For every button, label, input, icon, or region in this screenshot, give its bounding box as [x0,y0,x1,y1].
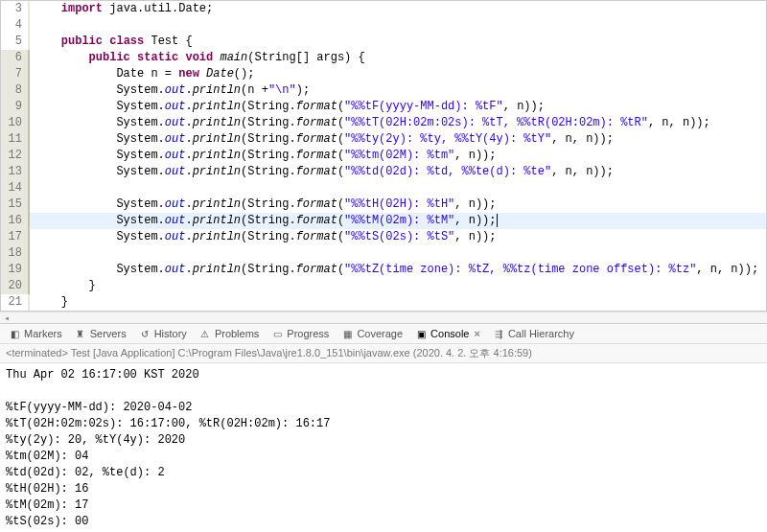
coverage-icon: ▦ [340,327,354,340]
code-line[interactable]: 5 public class Test { [1,34,766,50]
code-content[interactable]: } [30,278,766,294]
code-content[interactable]: Date n = new Date(); [30,66,766,82]
line-number: 9 [1,99,30,115]
tab-problems[interactable]: ⚠ Problems [198,327,259,340]
tab-label: Progress [287,328,329,339]
problems-icon: ⚠ [198,327,212,340]
code-content[interactable] [30,17,766,34]
code-line[interactable]: 9 System.out.println(String.format("%%tF… [1,99,766,115]
console-process-header: <terminated> Test [Java Application] C:\… [0,343,767,363]
horizontal-scrollbar[interactable]: ◂ [0,312,767,323]
code-content[interactable]: System.out.println(String.format("%%td(0… [30,164,766,180]
tab-label: Servers [90,328,127,339]
text-caret [497,214,498,227]
code-line[interactable]: 4 [1,17,766,34]
tab-call-hierarchy[interactable]: ⇶ Call Hierarchy [492,327,574,340]
code-content[interactable]: System.out.println(String.format("%%ty(2… [30,131,766,148]
line-number: 20 [1,278,30,294]
code-content[interactable] [30,245,766,262]
console-icon: ▣ [414,327,428,340]
code-line[interactable]: 19 System.out.println(String.format("%%t… [1,262,766,278]
line-number: 18 [1,245,30,262]
tab-history[interactable]: ↺ History [138,327,187,340]
code-line[interactable]: 8 System.out.println(n +"\n"); [1,82,766,99]
code-content[interactable]: System.out.println(String.format("%%tZ(t… [30,262,766,278]
line-number: 16 [1,213,30,229]
line-number: 17 [1,229,30,245]
code-line[interactable]: 20 } [1,278,766,294]
console-output[interactable]: Thu Apr 02 16:17:00 KST 2020 %tF(yyyy-MM… [0,363,767,532]
code-content[interactable]: System.out.println(String.format("%%tT(0… [30,115,766,131]
line-number: 19 [1,262,30,278]
code-content[interactable]: System.out.println(String.format("%%tF(y… [30,99,766,115]
code-content[interactable]: import java.util.Date; [30,1,766,17]
code-line[interactable]: 16 System.out.println(String.format("%%t… [1,213,766,229]
tab-markers[interactable]: ◧ Markers [8,327,62,340]
line-number: 4 [1,17,30,34]
code-line[interactable]: 12 System.out.println(String.format("%%t… [1,148,766,164]
code-line[interactable]: 10 System.out.println(String.format("%%t… [1,115,766,131]
code-line[interactable]: 18 [1,245,766,262]
line-number: 15 [1,197,30,213]
markers-icon: ◧ [8,327,21,340]
code-content[interactable]: } [30,294,766,311]
code-content[interactable]: System.out.println(n +"\n"); [30,82,766,99]
tab-label: Coverage [357,328,403,339]
code-line[interactable]: 17 System.out.println(String.format("%%t… [1,229,766,245]
line-number: 5 [1,34,30,50]
tab-label: Problems [215,328,259,339]
code-content[interactable]: System.out.println(String.format("%%tM(0… [30,213,766,229]
tab-progress[interactable]: ▭ Progress [270,327,329,340]
code-content[interactable] [30,180,766,197]
hierarchy-icon: ⇶ [492,327,505,340]
tab-label: Markers [24,328,62,339]
line-number: 7 [1,66,30,82]
bottom-panel-tabs: ◧ Markers ♜ Servers ↺ History ⚠ Problems… [0,323,767,343]
code-line[interactable]: 7 Date n = new Date(); [1,66,766,82]
history-icon: ↺ [138,327,151,340]
line-number: 14 [1,180,30,197]
code-content[interactable]: System.out.println(String.format("%%tS(0… [30,229,766,245]
tab-label: History [154,328,187,339]
line-number: 21 [1,294,30,311]
progress-icon: ▭ [270,327,284,340]
scroll-left-arrow[interactable]: ◂ [0,312,13,323]
line-number: 10 [1,115,30,131]
code-content[interactable]: public static void main(String[] args) { [30,50,766,66]
code-line[interactable]: 3 import java.util.Date; [1,1,766,17]
line-number: 13 [1,164,30,180]
tab-label: Call Hierarchy [508,328,574,339]
code-line[interactable]: 6 public static void main(String[] args)… [1,50,766,66]
code-line[interactable]: 11 System.out.println(String.format("%%t… [1,131,766,148]
code-content[interactable]: System.out.println(String.format("%%tH(0… [30,197,766,213]
code-line[interactable]: 14 [1,180,766,197]
line-number: 12 [1,148,30,164]
code-content[interactable]: public class Test { [30,34,766,50]
line-number: 8 [1,82,30,99]
code-line[interactable]: 13 System.out.println(String.format("%%t… [1,164,766,180]
code-editor[interactable]: 3 import java.util.Date;45 public class … [0,0,767,312]
code-content[interactable]: System.out.println(String.format("%%tm(0… [30,148,766,164]
code-line[interactable]: 15 System.out.println(String.format("%%t… [1,197,766,213]
tab-servers[interactable]: ♜ Servers [74,327,127,340]
tab-console[interactable]: ▣ Console × [414,327,480,340]
tab-coverage[interactable]: ▦ Coverage [340,327,403,340]
code-line[interactable]: 21 } [1,294,766,311]
line-number: 11 [1,131,30,148]
line-number: 3 [1,1,30,17]
tab-label: Console [430,328,469,339]
line-number: 6 [1,50,30,66]
servers-icon: ♜ [74,327,87,340]
close-icon[interactable]: × [474,328,479,339]
